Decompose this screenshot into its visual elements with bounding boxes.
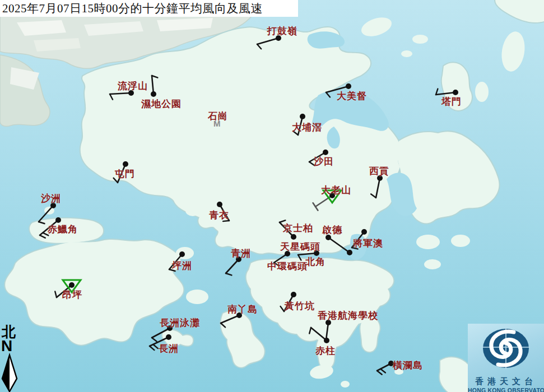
station-dot [453, 90, 458, 95]
station-dot [123, 161, 128, 167]
hko-name-zh: 香港天文台 [468, 376, 544, 387]
station-label: 大老山 [321, 184, 351, 197]
station-label: 香港航海學校 [318, 309, 378, 322]
station-dot [291, 292, 296, 297]
station-dot [55, 217, 61, 223]
station-dot [69, 282, 75, 288]
missing-data-marker: M [213, 119, 221, 128]
station-label: 打鼓嶺 [267, 25, 297, 38]
hko-logo-icon [468, 324, 544, 373]
station-label: 塔門 [441, 95, 462, 108]
station-label: 南丫島 [227, 303, 258, 316]
station-label: 天星碼頭 [280, 240, 320, 253]
station-label: 青洲 [231, 247, 251, 260]
station-label: 赤鱲角 [48, 223, 78, 236]
station-dot [361, 229, 367, 235]
north-indicator: 北 N [0, 325, 22, 392]
station-dot [217, 202, 222, 207]
station-label: 長洲泳灘 [160, 316, 200, 329]
station-dot [347, 250, 352, 255]
station-label: 京士柏 [283, 222, 313, 235]
station-label: 沙田 [314, 155, 334, 168]
station-dot [291, 234, 296, 240]
station-label: 橫瀾島 [393, 359, 423, 372]
station-dot [324, 338, 329, 343]
station-label: 長洲 [159, 342, 179, 355]
north-label-n: N [0, 339, 22, 353]
station-dot [166, 334, 171, 340]
station-dot [300, 114, 305, 119]
hko-name-en: HONG KONG OBSERVATORY [468, 387, 544, 392]
station-label: 流浮山 [118, 80, 148, 92]
station-label: 昂坪 [62, 288, 82, 301]
hko-logo: 香港天文台 HONG KONG OBSERVATORY [468, 324, 544, 392]
station-label: 中環碼頭 [267, 260, 308, 273]
station-label: 青衣 [209, 209, 229, 222]
station-label: 啟德 [322, 223, 342, 236]
station-label: 沙洲 [41, 192, 61, 205]
station-dot [346, 83, 351, 89]
station-label: 大埔滘 [292, 121, 322, 134]
station-dot [151, 91, 156, 97]
hong-kong-map [0, 0, 544, 392]
station-label: 赤柱 [315, 344, 336, 357]
station-label: 西貢 [369, 165, 389, 178]
station-label: 坪洲 [172, 259, 192, 272]
station-label: 屯門 [115, 167, 135, 180]
station-label: 黃竹坑 [285, 300, 315, 312]
station-label: 濕地公園 [141, 97, 182, 110]
wind-map-page: { "title": "2025年7月07日15時00分的十分鐘平均風向及風速"… [0, 0, 544, 392]
title-bar: 2025年7月07日15時00分的十分鐘平均風向及風速 [0, 0, 298, 17]
station-label: 將軍澳 [353, 237, 383, 250]
station-label: 大美督 [337, 90, 367, 102]
station-dot [179, 251, 185, 257]
station-dot [323, 150, 328, 155]
station-label: 北角 [305, 255, 326, 268]
map-title: 2025年7月07日15時00分的十分鐘平均風向及風速 [0, 1, 263, 16]
